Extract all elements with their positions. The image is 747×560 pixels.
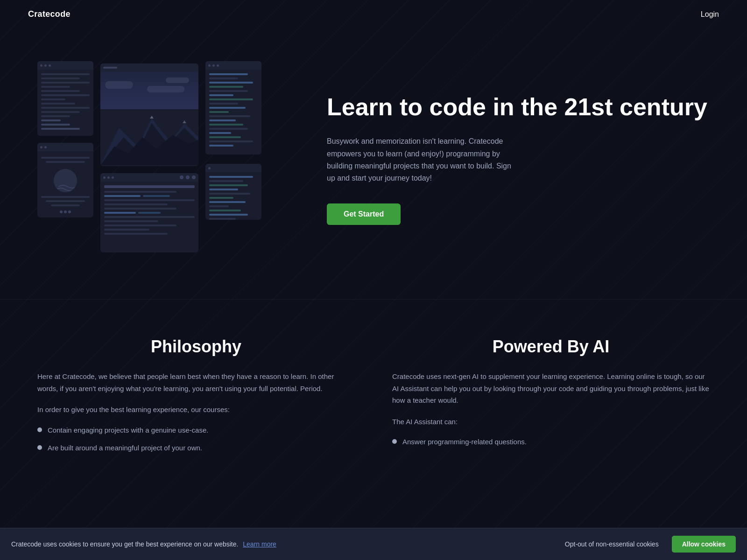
login-button[interactable]: Login bbox=[701, 10, 719, 19]
hero-description: Busywork and memorization isn't learning… bbox=[327, 135, 514, 185]
get-started-button[interactable]: Get Started bbox=[327, 203, 401, 225]
ai-body2: The AI Assistant can: bbox=[392, 416, 710, 428]
screenshot-tile-tl bbox=[37, 61, 93, 136]
svg-marker-4 bbox=[183, 120, 186, 123]
bullet-dot-icon bbox=[392, 439, 397, 444]
screenshot-tile-bc bbox=[100, 173, 198, 252]
philosophy-body1: Here at Cratecode, we believe that peopl… bbox=[37, 371, 355, 394]
bullet-dot-icon bbox=[37, 427, 42, 432]
ai-column: Powered By AI Cratecode uses next-gen AI… bbox=[392, 337, 710, 461]
navbar: Cratecode Login bbox=[0, 0, 747, 28]
learn-more-link[interactable]: Learn more bbox=[243, 540, 276, 548]
content-section: Philosophy Here at Cratecode, we believe… bbox=[0, 299, 747, 489]
screenshot-tile-moon bbox=[37, 143, 93, 217]
list-item: Are built around a meaningful project of… bbox=[37, 443, 355, 454]
philosophy-column: Philosophy Here at Cratecode, we believe… bbox=[37, 337, 355, 461]
site-logo: Cratecode bbox=[28, 9, 70, 19]
ai-body1: Cratecode uses next-gen AI to supplement… bbox=[392, 371, 710, 406]
philosophy-title: Philosophy bbox=[37, 337, 355, 357]
list-item: Contain engaging projects with a genuine… bbox=[37, 425, 355, 436]
cookie-banner: Cratecode uses cookies to ensure you get… bbox=[0, 528, 747, 560]
philosophy-bullets: Contain engaging projects with a genuine… bbox=[37, 425, 355, 454]
allow-cookies-button[interactable]: Allow cookies bbox=[672, 536, 736, 553]
bullet-dot-icon bbox=[37, 445, 42, 450]
screenshot-tile-mountain bbox=[100, 63, 198, 166]
screenshot-tile-br bbox=[205, 164, 261, 220]
hero-visuals bbox=[37, 61, 280, 257]
hero-title: Learn to code in the 21st century bbox=[327, 93, 710, 121]
screenshot-tile-tr bbox=[205, 61, 261, 154]
cookie-message: Cratecode uses cookies to ensure you get… bbox=[11, 540, 557, 548]
list-item: Answer programming-related questions. bbox=[392, 437, 710, 448]
ai-bullets: Answer programming-related questions. bbox=[392, 437, 710, 448]
philosophy-body2: In order to give you the best learning e… bbox=[37, 404, 355, 416]
ai-title: Powered By AI bbox=[392, 337, 710, 357]
svg-marker-3 bbox=[150, 116, 154, 119]
hero-section: Learn to code in the 21st century Busywo… bbox=[0, 28, 747, 299]
cookie-actions: Opt-out of non-essential cookies Allow c… bbox=[557, 536, 736, 553]
opt-out-button[interactable]: Opt-out of non-essential cookies bbox=[557, 537, 666, 552]
hero-text-area: Learn to code in the 21st century Busywo… bbox=[280, 93, 710, 224]
